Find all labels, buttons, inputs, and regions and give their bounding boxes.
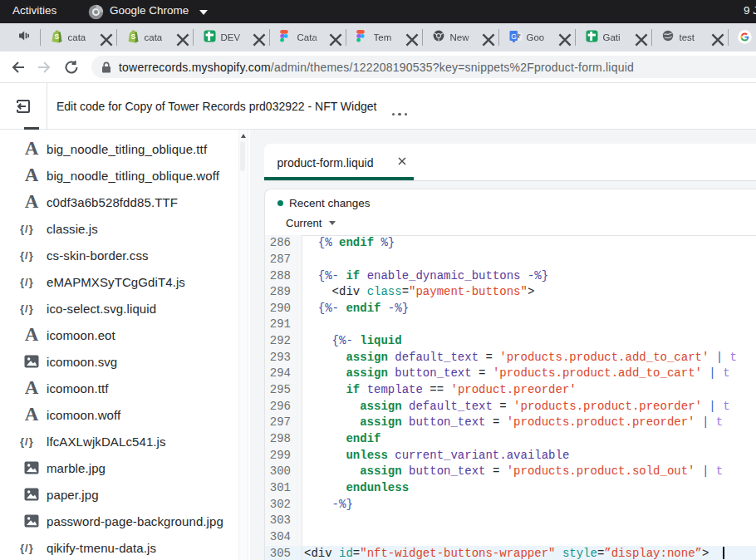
svg-text:S: S xyxy=(54,32,59,41)
svg-text:S: S xyxy=(130,32,135,41)
svg-text:G: G xyxy=(511,32,517,41)
